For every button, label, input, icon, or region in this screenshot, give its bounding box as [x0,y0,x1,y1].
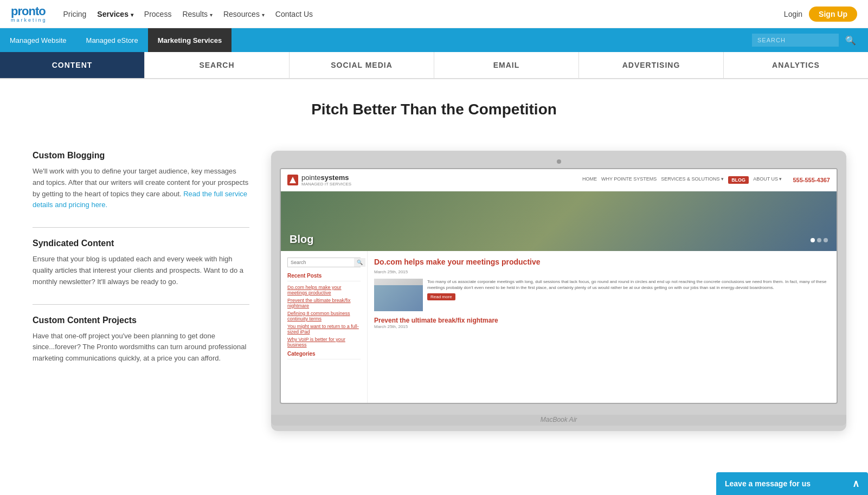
subnav-managed-website[interactable]: Managed Website [0,28,76,52]
mocksite-hero-dots [811,238,828,242]
hero-dot-1 [811,238,815,242]
tab-analytics[interactable]: ANALYTICS [724,52,868,78]
mocksite-phone: 555-555-4367 [793,177,830,183]
main-content: Custom Blogging We'll work with you to d… [0,129,868,453]
mocksite-article-content: Too many of us associate corporate meeti… [374,279,830,311]
mocksite-article: Do.com helps make your meetings producti… [368,251,837,403]
mocksite-hero-title: Blog [290,233,313,246]
mocksite-post-4[interactable]: You might want to return to a full-sized… [287,324,361,335]
resources-caret [262,10,265,18]
divider-2 [33,304,249,305]
service-title-blogging: Custom Blogging [33,151,249,160]
sub-nav-search: 🔍 [752,28,863,52]
mocksite-article-title: Do.com helps make your meetings producti… [374,258,830,266]
mocksite-second-date: March 25th, 2015 [374,324,830,329]
service-title-projects: Custom Content Projects [33,316,249,325]
results-caret [210,10,213,18]
laptop-label: MacBook Air [541,416,577,423]
mocksite-search: 🔍 [287,258,361,267]
mocksite-hero: Blog [281,191,837,251]
mocksite-recent-title: Recent Posts [287,273,361,281]
service-syndicated-content: Syndicated Content Ensure that your blog… [33,239,249,287]
mocksite-categories-title: Categories [287,351,361,359]
mocksite-logo-text: pointesystems [301,173,349,182]
nav-process[interactable]: Process [144,10,172,18]
mocksite-body: 🔍 Recent Posts Do.com helps make your me… [281,251,837,403]
search-icon: 🔍 [845,36,856,45]
login-link[interactable]: Login [784,10,802,18]
mocksite-logo: pointesystems MANAGED IT SERVICES [287,173,351,187]
mocksite-article-date: March 25th, 2015 [374,269,830,274]
service-desc-blogging: We'll work with you to define your targe… [33,166,249,211]
logo[interactable]: pronto marketing [11,5,47,23]
mocksite-post-5[interactable]: Why VoIP is better for your business [287,337,361,348]
services-list: Custom Blogging We'll work with you to d… [33,151,249,431]
service-desc-projects: Have that one-off project you've been pl… [33,331,249,364]
tab-search[interactable]: SEARCH [145,52,290,78]
mocksite-blog-btn: BLOG [728,176,749,184]
main-nav: Pricing Services Process Results Resourc… [63,10,784,18]
sub-navigation: Managed Website Managed eStore Marketing… [0,28,868,52]
mocksite-img-overlay [374,285,423,311]
sub-nav-links: Managed Website Managed eStore Marketing… [0,28,232,52]
top-navigation: pronto marketing Pricing Services Proces… [0,0,868,28]
page-title: Pitch Better Than the Competition [0,101,868,118]
mocksite-post-2[interactable]: Prevent the ultimate break/fix nightmare [287,298,361,308]
mocksite-article-text: Too many of us associate corporate meeti… [427,279,830,291]
mocksite-second-title: Prevent the ultimate break/fix nightmare [374,317,830,324]
tab-advertising[interactable]: ADVERTISING [579,52,724,78]
mocksite-post-3[interactable]: Defining 8 common business continuity te… [287,311,361,322]
mocksite-header: pointesystems MANAGED IT SERVICES HOME W… [281,169,837,191]
logo-text: pronto [11,4,46,18]
search-button[interactable]: 🔍 [839,28,863,52]
laptop-outer: pointesystems MANAGED IT SERVICES HOME W… [271,151,846,431]
laptop-mockup: pointesystems MANAGED IT SERVICES HOME W… [271,151,846,431]
search-input[interactable] [752,34,839,47]
mocksite-post-1[interactable]: Do.com helps make your meetings producti… [287,285,361,295]
nav-resources[interactable]: Resources [223,10,265,18]
services-caret [131,10,133,18]
svg-marker-0 [290,177,296,183]
nav-services[interactable]: Services [97,10,133,18]
logo-sub: marketing [11,17,47,23]
service-desc-syndicated: Ensure that your blog is updated each an… [33,254,249,287]
tab-email[interactable]: EMAIL [434,52,579,78]
nav-results[interactable]: Results [182,10,213,18]
service-custom-blogging: Custom Blogging We'll work with you to d… [33,151,249,211]
mocksite-search-btn[interactable]: 🔍 [354,258,365,267]
mocksite-search-input[interactable] [288,258,354,267]
mocksite-logo-sub: MANAGED IT SERVICES [301,182,351,187]
content-tabs: CONTENT SEARCH SOCIAL MEDIA EMAIL ADVERT… [0,52,868,79]
laptop-screen: pointesystems MANAGED IT SERVICES HOME W… [280,168,838,404]
service-link-blogging[interactable]: Read the full service details and pricin… [33,190,247,209]
service-title-syndicated: Syndicated Content [33,239,249,248]
mocksite-article-image [374,279,423,311]
mocksite-logo-icon [287,175,298,185]
tab-social-media[interactable]: SOCIAL MEDIA [290,52,434,78]
nav-contact[interactable]: Contact Us [275,10,313,18]
camera-dot [557,159,561,164]
signup-button[interactable]: Sign Up [809,7,857,22]
divider-1 [33,227,249,228]
service-custom-projects: Custom Content Projects Have that one-of… [33,316,249,364]
mocksite-read-more[interactable]: Read more [427,293,455,300]
mocksite-sidebar: 🔍 Recent Posts Do.com helps make your me… [281,251,368,403]
hero-dot-3 [824,238,828,242]
mocksite-nav: HOME WHY POINTE SYSTEMS SERVICES & SOLUT… [582,176,782,184]
hero-dot-2 [817,238,821,242]
nav-right: Login Sign Up [784,7,857,22]
subnav-marketing-services[interactable]: Marketing Services [148,28,232,52]
subnav-managed-estore[interactable]: Managed eStore [76,28,148,52]
tab-content[interactable]: CONTENT [0,52,145,78]
nav-pricing[interactable]: Pricing [63,10,87,18]
